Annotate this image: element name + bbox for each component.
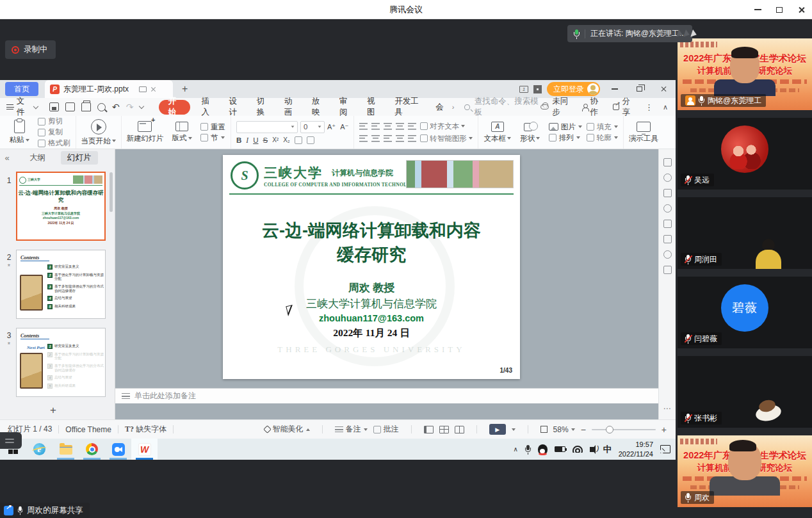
tab-review[interactable]: 审阅 bbox=[332, 98, 360, 116]
numbered-list-icon[interactable] bbox=[371, 123, 380, 130]
slide-thumbnail-3[interactable]: Contents Next Part 1研究背景及意义 2基于强化学习的计算卸载… bbox=[16, 328, 106, 397]
picture-button[interactable]: 图片 bbox=[549, 122, 582, 132]
underline-button[interactable]: U bbox=[253, 136, 258, 144]
properties-tool-icon[interactable] bbox=[663, 158, 672, 166]
customize-toolbar-icon[interactable] bbox=[139, 103, 144, 108]
fill-button[interactable]: 填充 bbox=[587, 122, 618, 132]
notes-bar[interactable]: 单击此处添加备注 bbox=[115, 388, 658, 403]
close-button[interactable] bbox=[790, 0, 812, 19]
window-manage-icon[interactable]: 1 bbox=[519, 86, 528, 93]
workspace-grid-icon[interactable] bbox=[533, 85, 542, 93]
document-tab[interactable]: P 东莞理工-周欢.pptx bbox=[45, 80, 173, 98]
taskbar-ie[interactable]: e bbox=[26, 439, 53, 460]
tray-mic-icon[interactable] bbox=[525, 445, 531, 454]
taskbar-chrome[interactable] bbox=[79, 439, 105, 460]
subscript-button[interactable]: X₂ bbox=[283, 136, 290, 143]
format-painter-button[interactable]: 格式刷 bbox=[38, 138, 70, 148]
bullet-list-icon[interactable] bbox=[359, 123, 368, 130]
slide-thumbnail-2[interactable]: Contents 1研究背景及意义 2基于强化学习的计算卸载与资源分配 3基于多… bbox=[16, 250, 106, 319]
presentation-tools-button[interactable]: 演示工具 bbox=[629, 122, 658, 143]
print-icon[interactable] bbox=[81, 102, 91, 111]
file-menu-button[interactable]: 文件 bbox=[0, 96, 43, 118]
participant-tile-yanbiwei[interactable]: 碧薇 闫碧薇 bbox=[678, 277, 812, 348]
smart-graphic-button[interactable]: 转智能图形 bbox=[420, 134, 473, 143]
layout-button[interactable]: 版式 bbox=[168, 122, 196, 143]
wps-restore-button[interactable] bbox=[629, 80, 649, 98]
action-center-icon[interactable] bbox=[660, 445, 670, 453]
tab-slides[interactable]: 幻灯片 bbox=[61, 151, 98, 165]
slide-thumbnail-1[interactable]: 三峡大学 云-边-端网络计算卸载和内容缓存研究 周欢 教授 三峡大学计算机与信息… bbox=[16, 172, 106, 241]
qq-icon[interactable] bbox=[538, 444, 548, 455]
help-pane-icon[interactable] bbox=[663, 266, 672, 274]
participant-tile-zhouruntian[interactable]: 周润田 bbox=[678, 197, 812, 269]
tab-outline[interactable]: 大纲 bbox=[23, 151, 52, 165]
animation-pane-icon[interactable] bbox=[663, 189, 672, 197]
decrease-indent-icon[interactable] bbox=[384, 123, 392, 130]
shapes-button[interactable]: 形状 bbox=[516, 122, 544, 143]
zoom-out-button[interactable]: − bbox=[581, 425, 586, 435]
reading-view-icon[interactable] bbox=[455, 426, 464, 433]
play-options-icon[interactable] bbox=[512, 428, 516, 431]
reset-button[interactable]: 重置 bbox=[200, 122, 225, 132]
tab-slideshow[interactable]: 放映 bbox=[305, 98, 332, 116]
font-size-select[interactable]: 0 bbox=[300, 121, 325, 133]
taskbar-explorer[interactable] bbox=[53, 439, 79, 460]
collapse-panel-icon[interactable]: « bbox=[0, 153, 14, 163]
ime-indicator[interactable]: 中 bbox=[603, 444, 612, 455]
redo-icon[interactable]: ↷ bbox=[126, 102, 134, 112]
zoom-in-button[interactable]: + bbox=[662, 425, 667, 435]
textbox-button[interactable]: A 文本框 bbox=[483, 122, 512, 143]
resource-pane-icon[interactable] bbox=[663, 250, 672, 259]
align-left-icon[interactable] bbox=[359, 135, 368, 142]
strikethrough-button[interactable]: S bbox=[263, 136, 268, 144]
bold-button[interactable]: B bbox=[236, 136, 241, 144]
chart-pane-icon[interactable] bbox=[663, 235, 672, 243]
export-icon[interactable] bbox=[65, 102, 75, 111]
normal-view-icon[interactable] bbox=[424, 426, 434, 433]
taskbar-wps[interactable]: W bbox=[131, 439, 158, 460]
italic-button[interactable]: I bbox=[246, 136, 248, 144]
zoom-level[interactable]: 58% bbox=[553, 425, 575, 434]
grow-font-button[interactable]: A⁺ bbox=[327, 123, 336, 131]
slide-sorter-view-icon[interactable] bbox=[439, 426, 449, 433]
command-search[interactable]: 查找命令、搜索模板 bbox=[464, 96, 540, 118]
taskbar-meeting[interactable] bbox=[105, 439, 131, 460]
cut-button[interactable]: 剪切 bbox=[38, 117, 70, 126]
align-center-icon[interactable] bbox=[371, 135, 380, 142]
beautify-button[interactable]: 智能美化 bbox=[264, 424, 310, 435]
collaborate-button[interactable]: 协作 bbox=[582, 96, 604, 118]
theme-name[interactable]: Office Theme bbox=[65, 425, 111, 434]
battery-icon[interactable] bbox=[555, 446, 565, 452]
add-slide-button[interactable]: + bbox=[50, 404, 56, 417]
save-icon[interactable] bbox=[49, 102, 59, 111]
fit-slide-icon[interactable] bbox=[540, 426, 548, 433]
font-family-select[interactable] bbox=[236, 121, 298, 133]
zoom-slider[interactable] bbox=[592, 429, 656, 430]
speaker-icon[interactable] bbox=[590, 447, 594, 452]
current-slide[interactable]: S 三峡大学 计算机与信息学院 COLLEGE OF COMPUTER AND … bbox=[223, 155, 520, 379]
tab-scroll-right-icon[interactable]: › bbox=[452, 103, 455, 111]
new-slide-button[interactable]: 新建幻灯片 bbox=[127, 121, 164, 143]
taskbar-clock[interactable]: 19:57 2022/11/24 bbox=[619, 440, 653, 458]
tab-devtools[interactable]: 开发工具 bbox=[387, 98, 428, 116]
more-tools-icon[interactable]: ⋯ bbox=[663, 404, 672, 413]
superscript-button[interactable]: X² bbox=[272, 136, 279, 143]
increase-indent-icon[interactable] bbox=[396, 123, 404, 130]
more-menu-icon[interactable]: ⋮ bbox=[645, 102, 654, 112]
participant-tile-zhangshubin[interactable]: 张书彬 bbox=[678, 356, 812, 428]
text-direction-icon[interactable] bbox=[408, 123, 416, 130]
present-mode-icon[interactable] bbox=[139, 86, 147, 92]
login-button[interactable]: 立即登录 bbox=[547, 82, 600, 96]
recording-badge[interactable]: 录制中 bbox=[5, 40, 56, 59]
undo-icon[interactable]: ↶ bbox=[112, 102, 120, 112]
tab-home[interactable]: 开始 bbox=[159, 100, 190, 115]
participant-tile-taoming[interactable]: 2022年广东省研究生学术论坛 计算机前沿技术研究论坛 陶铭@东莞理工 bbox=[678, 38, 812, 110]
wifi-icon[interactable] bbox=[572, 446, 583, 453]
play-from-current-button[interactable]: 当页开始 bbox=[81, 119, 116, 146]
maximize-button[interactable] bbox=[768, 0, 790, 19]
tab-member[interactable]: 会 bbox=[428, 98, 451, 116]
missing-font-label[interactable]: 缺失字体 bbox=[136, 424, 166, 435]
share-button[interactable]: 分享 bbox=[613, 96, 636, 118]
tab-transition[interactable]: 切换 bbox=[250, 98, 277, 116]
new-tab-button[interactable]: + bbox=[182, 83, 188, 95]
